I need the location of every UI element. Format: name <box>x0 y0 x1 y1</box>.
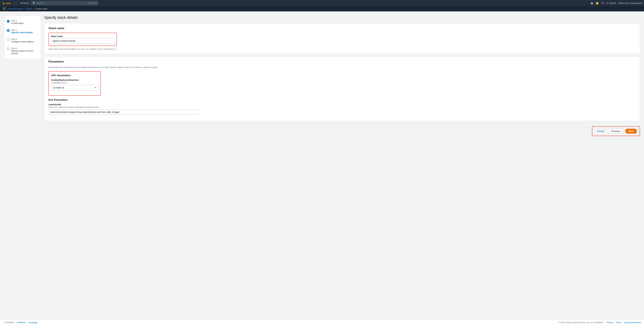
parameters-card-title: Parameters <box>48 60 636 63</box>
step-3-number: Step 3 <box>11 38 38 40</box>
cloudshell-label: CloudShell <box>4 321 14 324</box>
copyright-text: © 2023, Amazon Web Services, Inc. or its… <box>558 321 604 324</box>
cookie-link[interactable]: Cookie preferences <box>624 321 641 324</box>
ami-param: LatestAmiId Latest EC2 AMI from Systems … <box>48 103 636 115</box>
stack-name-highlight-box: Stack name <box>48 33 117 46</box>
footer-left: □ CloudShell Feedback Language <box>3 321 38 324</box>
breadcrumb-cloudformation[interactable]: CloudFormation <box>8 7 23 10</box>
stack-name-label: Stack name <box>51 35 114 37</box>
breadcrumb-sep-2: 〉 <box>34 7 34 10</box>
hamburger-menu[interactable]: ☰ <box>2 6 6 11</box>
account-menu[interactable]: demo @ bc-saa-general <box>618 2 642 4</box>
terminal-icon: □ <box>3 321 4 324</box>
bell-icon[interactable]: 🔔 <box>596 1 599 5</box>
availability-zone-select[interactable]: us-east-1a us-east-1b us-east-1c us-east… <box>51 85 98 90</box>
next-button[interactable]: Next <box>625 129 637 134</box>
stack-name-card-title: Stack name <box>48 27 636 30</box>
aws-text: aws <box>6 2 11 4</box>
services-link[interactable]: Services <box>20 2 29 4</box>
nav-right: ▣ 🔔 ⓘ N. Virginia demo @ bc-saa-general <box>591 1 642 5</box>
step-connector-1 <box>8 26 8 27</box>
search-input[interactable] <box>36 2 87 4</box>
aws-logo[interactable]: ▲ aws <box>2 1 11 5</box>
step-4-item: Step 4 Review egress-control-tutorial <box>7 46 38 56</box>
step-2-number: Step 2 <box>11 29 38 31</box>
cloudshell-button[interactable]: □ CloudShell <box>3 321 14 324</box>
step-3-name: Configure stack options <box>11 40 38 43</box>
parameters-card: Parameters Parameters are defined in you… <box>44 56 640 121</box>
step-1-text: Step 1 Create stack <box>11 19 38 24</box>
privacy-link[interactable]: Privacy <box>606 321 613 324</box>
availability-zone-label: AvailabilityZone1Selection <box>51 79 98 81</box>
stack-name-hint: Stack name can include letters (A-Z and … <box>48 48 636 50</box>
terms-link[interactable]: Terms <box>616 321 621 324</box>
step-2-indicator <box>7 29 10 32</box>
breadcrumb: CloudFormation 〉 Stacks 〉 Create stack <box>8 7 48 10</box>
vpc-group-title: VPC Parameters <box>51 74 98 77</box>
step-1-indicator <box>7 20 10 23</box>
step-connector-2 <box>8 35 8 37</box>
ami-desc: Latest EC2 AMI from Systems Manager Para… <box>48 106 636 108</box>
ami-label: LatestAmiId <box>48 103 636 106</box>
help-icon[interactable]: ⓘ <box>601 1 604 5</box>
ec2-group-title: EC2 Parameters <box>48 98 636 101</box>
step-4-text: Step 4 Review egress-control-tutorial <box>11 47 38 55</box>
parameters-description: Parameters are defined in your template … <box>48 66 636 68</box>
step-3-indicator <box>7 38 10 41</box>
buttons-highlight-box: Cancel Previous Next <box>592 126 640 136</box>
vpc-highlight-box: VPC Parameters AvailabilityZone1Selectio… <box>48 71 101 96</box>
step-3-item: Step 3 Configure stack options <box>7 37 38 44</box>
step-1-number: Step 1 <box>11 19 38 22</box>
breadcrumb-stacks[interactable]: Stacks <box>26 7 32 10</box>
feedback-link[interactable]: Feedback <box>17 321 26 324</box>
step-4-indicator <box>7 47 10 50</box>
stack-name-input[interactable] <box>51 38 114 43</box>
step-connector-3 <box>8 44 8 46</box>
monitor-icon[interactable]: ▣ <box>591 1 593 5</box>
ami-input[interactable] <box>48 109 200 115</box>
availability-zone-desc: Availability Zone 1 <box>51 82 98 84</box>
step-4-name: Review egress-control-tutorial <box>11 50 38 55</box>
step-2-item: Step 2 Specify stack details <box>7 27 38 35</box>
previous-button[interactable]: Previous <box>608 129 623 134</box>
availability-zone-select-wrapper: us-east-1a us-east-1b us-east-1c us-east… <box>51 85 98 90</box>
language-link[interactable]: Language <box>28 321 38 324</box>
step-1-name: Create stack <box>11 22 38 24</box>
ec2-params-section: EC2 Parameters LatestAmiId Latest EC2 AM… <box>48 98 636 115</box>
search-shortcut: [Option+S] <box>88 2 97 4</box>
page-title: Specify stack details <box>44 15 640 20</box>
breadcrumb-current: Create stack <box>35 7 48 10</box>
region-selector[interactable]: N. Virginia <box>606 2 616 4</box>
grid-icon[interactable]: ⋮⋮ <box>13 1 18 5</box>
steps-sidebar: Step 1 Create stack Step 2 Specify stack… <box>4 15 41 59</box>
top-navigation: ▲ aws ⋮⋮ Services 🔍 [Option+S] ▣ 🔔 ⓘ N. … <box>0 0 644 6</box>
step-4-number: Step 4 <box>11 47 38 50</box>
main-content: Step 1 Create stack Step 2 Specify stack… <box>0 11 644 320</box>
main-panel: Specify stack details Stack name Stack n… <box>44 15 640 316</box>
step-2-name: Specify stack details <box>11 31 38 34</box>
stack-name-card: Stack name Stack name Stack name can inc… <box>44 23 640 54</box>
action-bar: Cancel Previous Next <box>44 124 640 139</box>
secondary-navigation: ☰ CloudFormation 〉 Stacks 〉 Create stack <box>0 6 644 11</box>
search-bar[interactable]: 🔍 [Option+S] <box>31 1 98 5</box>
availability-zone-param: AvailabilityZone1Selection Availability … <box>51 79 98 90</box>
cancel-button[interactable]: Cancel <box>595 129 606 133</box>
aws-icon: ▲ <box>2 1 5 5</box>
step-3-text: Step 3 Configure stack options <box>11 38 38 43</box>
search-icon: 🔍 <box>33 2 36 4</box>
footer-right: © 2023, Amazon Web Services, Inc. or its… <box>558 321 641 324</box>
step-1-item: Step 1 Create stack <box>7 18 38 26</box>
breadcrumb-sep-1: 〉 <box>24 7 25 10</box>
footer: □ CloudShell Feedback Language © 2023, A… <box>0 320 644 325</box>
step-2-text: Step 2 Specify stack details <box>11 29 38 34</box>
